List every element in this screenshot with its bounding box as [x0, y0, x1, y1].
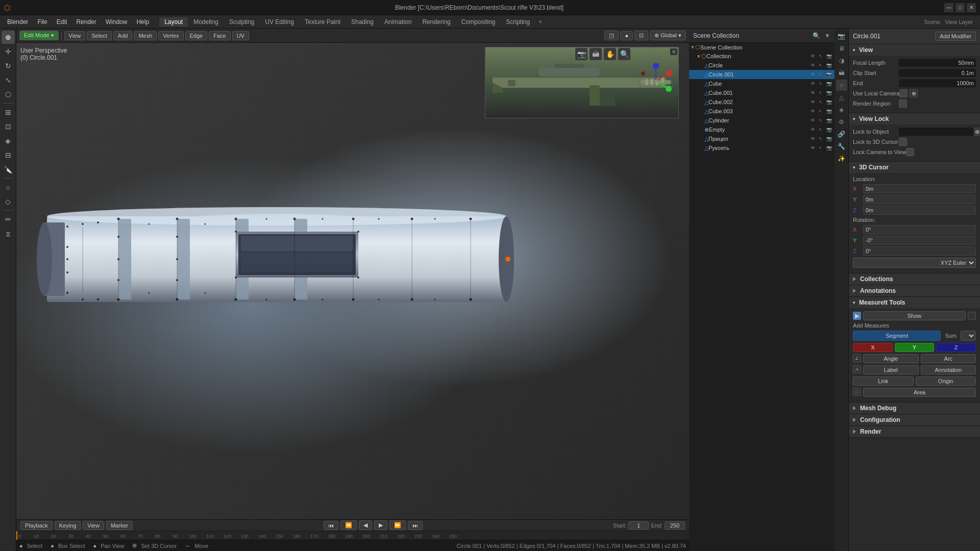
outliner-item-circle[interactable]: △ Circle 👁 ↖ 📷 — [689, 61, 835, 70]
cursor-y-input[interactable] — [863, 195, 976, 204]
close-button[interactable]: ✕ — [967, 3, 976, 12]
view-menu-button[interactable]: View — [64, 31, 86, 40]
cube-vis-icon[interactable]: 👁 — [809, 80, 816, 87]
pritsil-sel-icon[interactable]: ↖ — [817, 135, 824, 142]
object-props-icon[interactable]: ○ — [836, 80, 847, 91]
outliner-filter-icon[interactable]: ▼ — [824, 32, 830, 39]
step-forward-button[interactable]: ⏩ — [389, 520, 406, 530]
menu-render[interactable]: Render — [72, 17, 100, 27]
x-axis-button[interactable]: X — [853, 343, 893, 352]
outliner-item-circle001[interactable]: △ Circle.001 👁 ↖ 📷 — [689, 70, 835, 79]
lock-camera-to-view-toggle[interactable] — [906, 148, 914, 156]
cube003-vis-icon[interactable]: 👁 — [809, 108, 816, 115]
smooth-tool[interactable]: ○ — [2, 181, 15, 194]
use-local-camera-toggle[interactable] — [899, 89, 908, 97]
annotate-tool[interactable]: ✏ — [2, 213, 15, 226]
local-camera-picker[interactable]: ⊕ — [910, 89, 918, 97]
cube-sel-icon[interactable]: ↖ — [817, 80, 824, 87]
outliner-item-cylinder[interactable]: △ Cylinder 👁 ↖ 📷 — [689, 116, 835, 125]
outliner-item-collection[interactable]: ▾ ⬡ Collection 👁 ↖ 📷 — [689, 52, 835, 61]
circle-render-icon[interactable]: 📷 — [825, 62, 832, 69]
outliner-item-pritsil[interactable]: △ Прицел 👁 ↖ 📷 — [689, 134, 835, 143]
face-menu-button[interactable]: Face — [209, 31, 230, 40]
modifier-props-icon[interactable]: 🔧 — [836, 141, 847, 152]
cylinder-render-icon[interactable]: 📷 — [825, 117, 832, 124]
tab-shading[interactable]: Shading — [346, 17, 379, 27]
restrict-select-icon[interactable]: ↖ — [817, 53, 824, 60]
overlay-button[interactable]: ⊡ — [634, 31, 648, 40]
tab-layout[interactable]: Layout — [159, 17, 188, 27]
cube003-render-icon[interactable]: 📷 — [825, 108, 832, 115]
start-frame-input[interactable] — [628, 521, 649, 530]
camera-icon[interactable]: 📷 — [575, 48, 587, 60]
outliner-item-rukoyat[interactable]: △ Рукоять 👁 ↖ 📷 — [689, 143, 835, 153]
pritsil-vis-icon[interactable]: 👁 — [809, 135, 816, 142]
view-layer-props-icon[interactable]: ◑ — [836, 55, 847, 66]
rukoyat-render-icon[interactable]: 📷 — [825, 144, 832, 152]
tab-texture-paint[interactable]: Texture Paint — [300, 17, 346, 27]
outliner-item-empty[interactable]: ⊕ Empty 👁 ↖ 📷 — [689, 125, 835, 134]
render-props-icon[interactable]: 📷 — [836, 31, 847, 42]
playback-menu[interactable]: Playback — [20, 521, 53, 530]
view-lock-header[interactable]: ▾ View Lock — [849, 113, 980, 124]
play-icon[interactable]: ▶ — [853, 312, 861, 320]
navigation-gizmo[interactable]: X Y Z — [638, 63, 674, 99]
empty-render-icon[interactable]: 📷 — [825, 126, 832, 133]
viewport-content[interactable]: User Perspective (0) Circle.001 — [16, 43, 689, 519]
move-tool[interactable]: ✛ — [2, 45, 15, 58]
scene-icon[interactable]: 🏔 — [590, 48, 602, 60]
uv-menu-button[interactable]: UV — [232, 31, 249, 40]
tab-animation[interactable]: Animation — [379, 17, 416, 27]
cursor-rx-input[interactable] — [863, 225, 976, 234]
arc-button[interactable]: Arc — [921, 354, 976, 363]
jump-start-button[interactable]: ⏮ — [324, 521, 338, 530]
pritsil-render-icon[interactable]: 📷 — [825, 135, 832, 142]
lock-to-object-input[interactable] — [899, 128, 973, 136]
menu-file[interactable]: File — [33, 17, 51, 27]
lock-to-3d-cursor-toggle[interactable] — [899, 138, 907, 146]
render-region-toggle[interactable] — [899, 99, 907, 108]
zoom-icon[interactable]: 🔍 — [618, 48, 630, 60]
outliner-item-cube002[interactable]: △ Cube.002 👁 ↖ 📷 — [689, 97, 835, 107]
cursor-x-input[interactable] — [863, 184, 976, 193]
origin-button[interactable]: Origin — [916, 377, 976, 386]
clip-start-input[interactable] — [899, 69, 976, 77]
hand-icon[interactable]: ✋ — [604, 48, 616, 60]
mesh-menu-button[interactable]: Mesh — [134, 31, 157, 40]
add-menu-button[interactable]: Add — [113, 31, 133, 40]
physics-props-icon[interactable]: ⚙ — [836, 116, 847, 128]
edit-mode-button[interactable]: Edit Mode ▾ — [19, 31, 59, 40]
outliner-item-cube[interactable]: △ Cube 👁 ↖ 📷 — [689, 79, 835, 88]
cube002-render-icon[interactable]: 📷 — [825, 98, 832, 106]
tab-modeling[interactable]: Modeling — [188, 17, 224, 27]
timeline-ruler[interactable]: 0 10 20 30 40 50 60 70 80 90 100 110 — [16, 531, 689, 540]
add-workspace-button[interactable]: + — [535, 17, 545, 27]
maximize-button[interactable]: □ — [955, 3, 965, 12]
knife-tool[interactable]: 🔪 — [2, 163, 15, 176]
bevel-tool[interactable]: ◈ — [2, 134, 15, 147]
area-button[interactable]: Area — [863, 388, 976, 397]
circle001-vis-icon[interactable]: 👁 — [809, 71, 816, 78]
menu-blender[interactable]: Blender — [3, 17, 32, 27]
view-menu-timeline[interactable]: View — [83, 521, 104, 530]
cursor-ry-input[interactable] — [863, 236, 976, 245]
y-axis-button[interactable]: Y — [895, 343, 935, 352]
keying-menu[interactable]: Keying — [55, 521, 81, 530]
restrict-view-icon[interactable]: 👁 — [809, 53, 816, 60]
cube001-render-icon[interactable]: 📷 — [825, 89, 832, 96]
cursor-section-header[interactable]: ▾ 3D Cursor — [849, 162, 980, 173]
menu-help[interactable]: Help — [132, 17, 153, 27]
measure-tool[interactable]: ⧖ — [2, 227, 15, 240]
outliner-item-cube001[interactable]: △ Cube.001 👁 ↖ 📷 — [689, 88, 835, 97]
rotation-mode-select[interactable]: XYZ Euler XZY Euler Quaternion — [853, 258, 976, 268]
cylinder-sel-icon[interactable]: ↖ — [817, 117, 824, 124]
render-section-header[interactable]: Render — [849, 426, 980, 437]
vertex-menu-button[interactable]: Vertex — [158, 31, 183, 40]
cursor-rz-input[interactable] — [863, 246, 976, 256]
cursor-z-input[interactable] — [863, 206, 976, 215]
tab-rendering[interactable]: Rendering — [417, 17, 455, 27]
z-axis-button[interactable]: Z — [936, 343, 976, 352]
rotate-tool[interactable]: ↻ — [2, 59, 15, 72]
select-menu-button[interactable]: Select — [87, 31, 112, 40]
label-button[interactable]: Label — [863, 365, 919, 374]
